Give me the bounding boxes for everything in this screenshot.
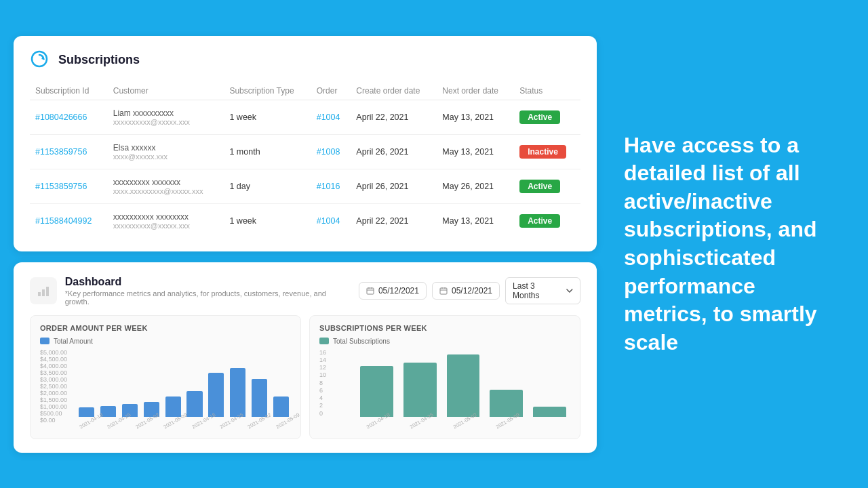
bar-group [206, 349, 226, 417]
sub-type: 1 week [224, 100, 311, 134]
y-label: 10 [319, 371, 353, 378]
subs-per-week-chart: SUBSCRIPTIONS PER WEEK Total Subscriptio… [309, 315, 580, 439]
bar [447, 354, 480, 417]
bar-group [120, 349, 140, 417]
next-date: May 26, 2021 [437, 169, 514, 203]
order-legend-label: Total Amount [54, 338, 93, 345]
bar [79, 407, 94, 417]
order-bars [77, 349, 291, 417]
right-panel: Have access to a detailed list of all ac… [597, 118, 854, 371]
x-label [303, 418, 309, 429]
order-legend-box [40, 338, 50, 344]
left-panel: Subscriptions Subscription Id Customer S… [14, 36, 597, 453]
chevron-down-icon [566, 289, 573, 293]
sub-id[interactable]: #1080426666 [30, 100, 108, 134]
bar-group [228, 349, 248, 417]
order-chart-legend: Total Amount [40, 338, 291, 345]
subs-legend-label: Total Subscriptions [333, 338, 390, 345]
order-link[interactable]: #1016 [311, 169, 351, 203]
subs-bars [356, 349, 570, 417]
bar-group [142, 349, 161, 417]
customer-email: xxxx@xxxxx.xxx [113, 152, 219, 161]
bar [208, 373, 224, 417]
sub-id[interactable]: #1153859756 [30, 169, 108, 203]
customer-name: xxxxxxxxx xxxxxxx [113, 178, 219, 187]
order-x-labels: 2021-04-182021-04-252021-05-022021-05-09… [77, 418, 291, 430]
col-order: Order [311, 82, 351, 100]
range-select[interactable]: Last 3 Months [505, 277, 580, 304]
bar-group [163, 349, 183, 417]
subscriptions-table: Subscription Id Customer Subscription Ty… [30, 82, 580, 238]
svg-rect-3 [42, 289, 45, 296]
table-row: #1153859756 Elsa xxxxxx xxxx@xxxxx.xxx 1… [30, 134, 580, 169]
y-label: 6 [319, 387, 353, 394]
status-cell: Active [514, 100, 580, 134]
bar-group [529, 349, 570, 417]
subscriptions-header: Subscriptions [30, 49, 580, 71]
dashboard-title-area: Dashboard *Key performance metrics and a… [65, 276, 351, 306]
table-row: #11588404992 xxxxxxxxxx xxxxxxxx xxxxxxx… [30, 203, 580, 238]
order-link[interactable]: #1004 [311, 100, 351, 134]
subs-chart-area: 1614121086420 2021-04-182021-04-252021-0… [319, 349, 570, 430]
date-to-input[interactable]: 05/12/2021 [432, 282, 500, 300]
y-label: $2,000.00 [40, 390, 74, 396]
customer-email: xxxx.xxxxxxxxx@xxxxx.xxx [113, 187, 219, 195]
bar [273, 396, 289, 417]
order-y-labels: $5,000.00$4,500.00$4,000.00$3,500.00$3,0… [40, 349, 74, 417]
next-date: May 13, 2021 [437, 100, 514, 134]
date-from-value: 05/12/2021 [378, 286, 419, 296]
dashboard-header: Dashboard *Key performance metrics and a… [30, 276, 580, 306]
dashboard-subtitle: *Key performance metrics and analytics, … [65, 289, 351, 306]
y-label: 0 [319, 410, 353, 417]
col-create-date: Create order date [351, 82, 437, 100]
svg-rect-4 [46, 287, 49, 296]
y-label: $500.00 [40, 410, 74, 417]
create-date: April 26, 2021 [351, 134, 437, 169]
col-subscription-id: Subscription Id [30, 82, 108, 100]
svg-rect-5 [367, 288, 374, 294]
customer-cell: xxxxxxxxx xxxxxxx xxxx.xxxxxxxxx@xxxxx.x… [108, 169, 224, 203]
status-badge: Active [519, 180, 560, 193]
y-label: $1,500.00 [40, 396, 74, 403]
order-link[interactable]: #1004 [311, 203, 351, 238]
calendar-icon-to [439, 287, 448, 295]
y-label: 4 [319, 394, 353, 401]
date-from-input[interactable]: 05/12/2021 [359, 282, 427, 300]
order-link[interactable]: #1008 [311, 134, 351, 169]
sub-type: 1 week [224, 203, 311, 238]
sub-id[interactable]: #1153859756 [30, 134, 108, 169]
status-cell: Active [514, 169, 580, 203]
bar-group [271, 349, 291, 417]
bar-group [443, 349, 484, 417]
dashboard-card: Dashboard *Key performance metrics and a… [14, 262, 597, 453]
date-controls: 05/12/2021 05/12/2021 Last 3 Months [359, 277, 580, 304]
order-chart-title: ORDER AMOUNT PER WEEK [40, 324, 291, 332]
sub-type: 1 month [224, 134, 311, 169]
y-label: $4,500.00 [40, 356, 74, 363]
customer-cell: Liam xxxxxxxxxx xxxxxxxxxx@xxxxx.xxx [108, 100, 224, 134]
customer-name: Liam xxxxxxxxxx [113, 108, 219, 118]
bar-group [399, 349, 441, 417]
y-label: $2,500.00 [40, 383, 74, 390]
bar [230, 368, 245, 417]
next-date: May 13, 2021 [437, 203, 514, 238]
create-date: April 22, 2021 [351, 100, 437, 134]
bar-group [486, 349, 527, 417]
y-label: 14 [319, 357, 353, 363]
table-row: #1080426666 Liam xxxxxxxxxx xxxxxxxxxx@x… [30, 100, 580, 134]
svg-point-0 [32, 52, 47, 66]
bar [403, 363, 437, 417]
table-row: #1153859756 xxxxxxxxx xxxxxxx xxxx.xxxxx… [30, 169, 580, 203]
y-label: 16 [319, 349, 353, 356]
sub-type: 1 day [224, 169, 311, 203]
status-cell: Inactive [514, 134, 580, 169]
subs-legend-box [319, 338, 329, 344]
status-badge: Active [519, 110, 560, 124]
create-date: April 22, 2021 [351, 203, 437, 238]
y-label: $3,500.00 [40, 369, 74, 376]
sub-id[interactable]: #11588404992 [30, 203, 108, 238]
y-label: $3,000.00 [40, 376, 74, 383]
bar-group [356, 349, 397, 417]
col-subscription-type: Subscription Type [224, 82, 311, 100]
bar [360, 366, 393, 417]
